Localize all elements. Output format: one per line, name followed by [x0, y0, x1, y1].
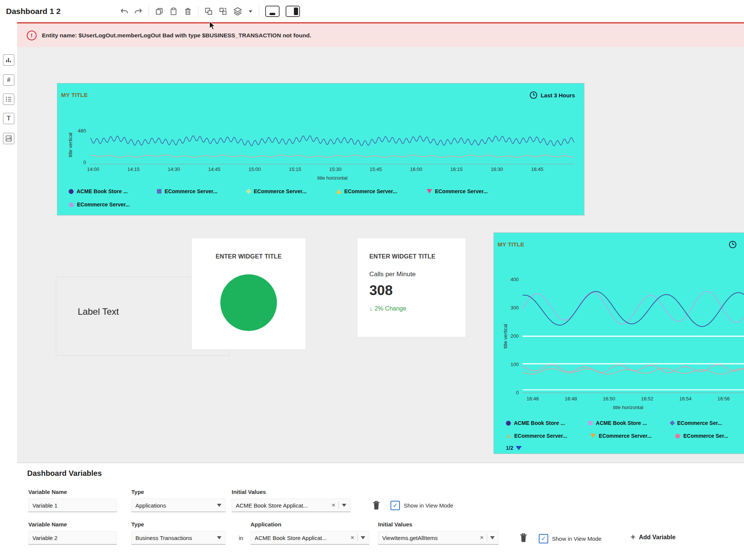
- application-select[interactable]: ACME Book Store Applicat... ×: [251, 531, 369, 545]
- tick-label: 14:30: [164, 166, 184, 172]
- variable-name-input[interactable]: Variable 1: [28, 498, 117, 512]
- tick-label: 14:00: [83, 166, 103, 172]
- tick-label: 16:56: [713, 396, 734, 402]
- selected-value: ACME Book Store Applicat...: [255, 535, 347, 541]
- metric-widget[interactable]: ENTER WIDGET TITLE Calls per Minute 308 …: [357, 238, 466, 337]
- layers-dropdown-button[interactable]: [248, 9, 253, 14]
- tick-label: 16:00: [406, 166, 426, 172]
- legend-item[interactable]: ACME Book Store ...: [588, 420, 647, 426]
- legend-item[interactable]: ECommerce Server...: [157, 188, 217, 194]
- legend-item[interactable]: ECommerce Server...: [427, 188, 488, 194]
- show-in-view-mode-checkbox[interactable]: ✓ Show in View Mode: [390, 501, 453, 510]
- legend-marker-diamond: [246, 189, 251, 194]
- legend-pager[interactable]: 1/2: [506, 445, 522, 451]
- legend-marker-pent: [69, 202, 74, 207]
- chevron-down-icon: [361, 536, 365, 539]
- toggle-bottom-panel-button[interactable]: [265, 6, 280, 17]
- layers-icon: [233, 7, 242, 16]
- variable-name-label: Variable Name: [28, 521, 67, 528]
- delete-button[interactable]: [184, 7, 192, 15]
- tick-label: 16:50: [599, 396, 619, 402]
- redo-button[interactable]: [134, 7, 143, 15]
- type-label: Type: [131, 521, 144, 528]
- clear-icon[interactable]: ×: [350, 534, 354, 542]
- checkbox-checked[interactable]: ✓: [539, 534, 548, 543]
- dashboard-title: Dashboard 1 2: [6, 0, 61, 22]
- legend-item[interactable]: ECommerce Server...: [506, 433, 567, 439]
- tick-label: 16:52: [637, 396, 658, 402]
- legend-item[interactable]: ECommerce Server...: [336, 188, 397, 194]
- checkbox-label: Show in View Mode: [404, 502, 453, 509]
- show-in-view-mode-checkbox[interactable]: ✓ Show in View Mode: [539, 534, 601, 543]
- tick-label: 16:48: [561, 396, 581, 402]
- legend-label: ACME Book Store ...: [77, 188, 128, 194]
- tick-label: 16:54: [675, 396, 696, 402]
- add-variable-button[interactable]: + Add Variable: [628, 532, 678, 542]
- legend-label: ACME Book Store ...: [596, 420, 647, 426]
- tick-label: 0: [83, 160, 86, 166]
- application-label: Application: [251, 521, 281, 528]
- type-select[interactable]: Business Transactions: [131, 531, 226, 545]
- legend-item[interactable]: ECommerce Server...: [69, 202, 130, 208]
- initial-values-label: Initial Values: [378, 521, 412, 528]
- right-panel-icon: [294, 8, 298, 15]
- palette-text-widget-button[interactable]: T: [3, 113, 14, 124]
- error-icon: !: [27, 31, 37, 40]
- layers-button[interactable]: [233, 7, 242, 16]
- initial-values-select[interactable]: ACME Book Store Applicat... ×: [232, 498, 350, 512]
- copy-button[interactable]: [155, 7, 163, 15]
- tick-label: 15:45: [366, 166, 386, 172]
- pie-widget[interactable]: ENTER WIDGET TITLE: [191, 238, 306, 350]
- undo-button[interactable]: [120, 7, 128, 15]
- legend-item[interactable]: ACME Book Store ...: [506, 420, 565, 426]
- tick-label: 15:15: [285, 166, 305, 172]
- pie-chart: [220, 274, 277, 331]
- delete-variable-button[interactable]: [372, 500, 381, 512]
- toolbar: Dashboard 1 2: [0, 0, 744, 22]
- trash-icon: [184, 7, 192, 15]
- legend-label: ECommerce Server...: [77, 202, 130, 208]
- timeseries-widget-2[interactable]: MY TITLE title vertical 4003002001000 16…: [493, 232, 744, 454]
- legend-item[interactable]: ECommerce Ser...: [675, 433, 728, 439]
- paste-icon: [169, 7, 178, 15]
- group-button[interactable]: [204, 7, 213, 15]
- checkbox-checked[interactable]: ✓: [390, 501, 400, 510]
- palette-chart-widget-button[interactable]: [3, 54, 14, 66]
- legend-marker-tri-up: [336, 189, 341, 194]
- tick-label: 0: [516, 390, 519, 396]
- palette-metric-widget-button[interactable]: #: [3, 74, 14, 86]
- variable-name-input[interactable]: Variable 2: [28, 531, 117, 545]
- clear-icon[interactable]: ×: [332, 502, 335, 509]
- tick-label: 480: [78, 128, 86, 134]
- legend-item[interactable]: ECommerce Server...: [590, 433, 652, 439]
- timeseries-widget-1[interactable]: MY TITLE Last 3 Hours title vertical 480…: [57, 83, 584, 215]
- legend-marker-tri-up: [506, 434, 511, 438]
- palette-image-widget-button[interactable]: [3, 133, 14, 144]
- tick-label: 16:46: [523, 396, 543, 402]
- input-value: Variable 1: [32, 502, 113, 509]
- trash-icon: [372, 500, 381, 511]
- y-axis-ticks: 4003002001000: [504, 277, 519, 396]
- variable-name-label: Variable Name: [28, 489, 67, 495]
- legend-item[interactable]: ECommerce Ser...: [670, 420, 722, 426]
- legend-label: ACME Book Store ...: [514, 420, 565, 426]
- initial-values-select[interactable]: ViewItems.getAllItems ×: [378, 531, 499, 545]
- plus-icon: +: [630, 533, 635, 542]
- toggle-right-panel-button[interactable]: [286, 6, 300, 17]
- legend-item[interactable]: ECommerce Server...: [247, 188, 306, 194]
- type-select[interactable]: Applications: [131, 498, 226, 512]
- legend-item[interactable]: ACME Book Store ...: [69, 188, 128, 194]
- legend-label: ECommerce Server...: [164, 188, 217, 194]
- change-label: 2% Change: [375, 305, 406, 312]
- initial-values-label: Initial Values: [232, 489, 266, 495]
- palette-list-widget-button[interactable]: [3, 94, 14, 105]
- legend-marker-circle: [69, 189, 74, 194]
- delete-variable-button[interactable]: [519, 532, 528, 544]
- ungroup-icon: [219, 7, 227, 15]
- ungroup-button[interactable]: [219, 7, 227, 15]
- field-divider: [357, 534, 358, 542]
- tick-label: 16:15: [446, 166, 467, 172]
- clear-icon[interactable]: ×: [480, 534, 484, 542]
- paste-button[interactable]: [169, 7, 178, 15]
- tick-label: 400: [510, 277, 519, 283]
